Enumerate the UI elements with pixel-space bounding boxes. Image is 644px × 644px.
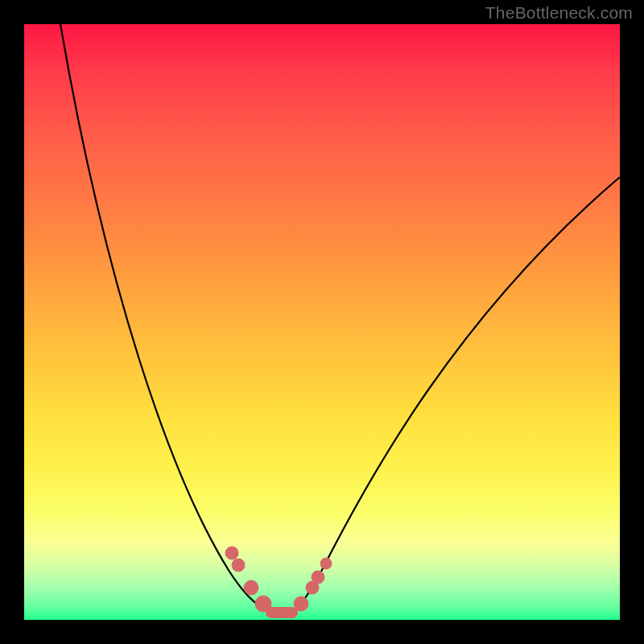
marker-bar [266,607,298,618]
marker-dot [320,558,332,569]
curve-layer [24,24,620,620]
marker-dot [225,547,238,559]
marker-dot [312,571,324,584]
left-curve [60,24,270,616]
chart-frame: TheBottleneck.com [0,0,644,644]
right-curve [291,177,620,616]
watermark-text: TheBottleneck.com [485,3,633,23]
marker-dot [244,580,258,595]
markers-group [225,547,332,618]
marker-dot [232,559,245,572]
plot-area [24,24,620,620]
marker-dot [294,597,308,611]
